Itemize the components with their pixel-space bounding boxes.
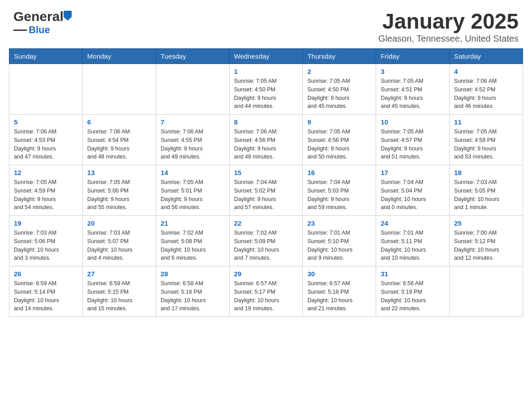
calendar-cell: 15Sunrise: 7:04 AMSunset: 5:02 PMDayligh…	[229, 165, 303, 216]
calendar-cell: 3Sunrise: 7:05 AMSunset: 4:51 PMDaylight…	[376, 64, 450, 115]
calendar-cell: 11Sunrise: 7:05 AMSunset: 4:58 PMDayligh…	[450, 115, 523, 165]
day-info: Sunrise: 7:05 AMSunset: 4:50 PMDaylight:…	[234, 77, 298, 111]
page-header: General Blue January 2025 Gleason, Tenne…	[0, 0, 532, 48]
day-number: 20	[87, 219, 151, 227]
page-subtitle: Gleason, Tennessee, United States	[378, 34, 519, 44]
logo-arrow-icon	[64, 11, 72, 22]
day-info: Sunrise: 6:59 AMSunset: 5:15 PMDaylight:…	[87, 279, 151, 313]
day-info: Sunrise: 7:05 AMSunset: 4:51 PMDaylight:…	[381, 77, 445, 111]
days-of-week-row: SundayMondayTuesdayWednesdayThursdayFrid…	[9, 49, 523, 64]
day-number: 13	[87, 169, 151, 176]
day-number: 25	[454, 219, 518, 227]
day-number: 15	[234, 169, 298, 176]
day-info: Sunrise: 7:04 AMSunset: 5:03 PMDaylight:…	[307, 178, 371, 212]
day-info: Sunrise: 7:05 AMSunset: 5:01 PMDaylight:…	[161, 178, 225, 212]
day-number: 28	[161, 270, 225, 278]
calendar-header: SundayMondayTuesdayWednesdayThursdayFrid…	[9, 49, 523, 64]
calendar-body: 1Sunrise: 7:05 AMSunset: 4:50 PMDaylight…	[9, 64, 523, 317]
day-info: Sunrise: 7:02 AMSunset: 5:09 PMDaylight:…	[234, 229, 298, 262]
day-of-week-friday: Friday	[376, 49, 450, 64]
calendar-cell: 12Sunrise: 7:05 AMSunset: 4:59 PMDayligh…	[9, 165, 83, 216]
calendar-cell: 23Sunrise: 7:01 AMSunset: 5:10 PMDayligh…	[303, 216, 376, 266]
page-title: January 2025	[378, 9, 519, 34]
calendar-cell: 13Sunrise: 7:05 AMSunset: 5:00 PMDayligh…	[82, 165, 156, 216]
calendar-cell: 28Sunrise: 6:58 AMSunset: 5:16 PMDayligh…	[156, 266, 229, 317]
day-info: Sunrise: 7:03 AMSunset: 5:05 PMDaylight:…	[454, 178, 518, 212]
day-info: Sunrise: 7:03 AMSunset: 5:07 PMDaylight:…	[87, 229, 151, 262]
calendar-cell	[156, 64, 229, 115]
day-number: 17	[381, 169, 445, 176]
day-number: 22	[234, 219, 298, 227]
day-info: Sunrise: 7:02 AMSunset: 5:08 PMDaylight:…	[161, 229, 225, 262]
calendar-table: SundayMondayTuesdayWednesdayThursdayFrid…	[9, 48, 523, 317]
day-of-week-sunday: Sunday	[9, 49, 83, 64]
day-number: 16	[307, 169, 371, 176]
day-number: 8	[234, 118, 298, 126]
logo-line	[13, 30, 27, 31]
calendar-cell: 2Sunrise: 7:05 AMSunset: 4:50 PMDaylight…	[303, 64, 376, 115]
day-number: 2	[307, 68, 371, 75]
title-block: January 2025 Gleason, Tennessee, United …	[378, 9, 519, 44]
day-number: 4	[454, 68, 518, 75]
day-number: 6	[87, 118, 151, 126]
calendar-cell: 14Sunrise: 7:05 AMSunset: 5:01 PMDayligh…	[156, 165, 229, 216]
calendar-cell: 8Sunrise: 7:06 AMSunset: 4:56 PMDaylight…	[229, 115, 303, 165]
day-info: Sunrise: 7:04 AMSunset: 5:02 PMDaylight:…	[234, 178, 298, 212]
calendar-cell: 21Sunrise: 7:02 AMSunset: 5:08 PMDayligh…	[156, 216, 229, 266]
calendar-cell: 24Sunrise: 7:01 AMSunset: 5:11 PMDayligh…	[376, 216, 450, 266]
day-number: 10	[381, 118, 445, 126]
day-number: 18	[454, 169, 518, 176]
calendar-cell: 1Sunrise: 7:05 AMSunset: 4:50 PMDaylight…	[229, 64, 303, 115]
day-number: 30	[307, 270, 371, 278]
day-info: Sunrise: 7:06 AMSunset: 4:53 PMDaylight:…	[14, 128, 78, 161]
day-info: Sunrise: 7:05 AMSunset: 4:56 PMDaylight:…	[307, 128, 371, 161]
calendar-cell: 18Sunrise: 7:03 AMSunset: 5:05 PMDayligh…	[450, 165, 523, 216]
calendar-cell: 6Sunrise: 7:06 AMSunset: 4:54 PMDaylight…	[82, 115, 156, 165]
calendar-week-5: 26Sunrise: 6:59 AMSunset: 5:14 PMDayligh…	[9, 266, 523, 317]
day-info: Sunrise: 7:05 AMSunset: 4:50 PMDaylight:…	[307, 77, 371, 111]
day-number: 26	[14, 270, 78, 278]
calendar-cell: 20Sunrise: 7:03 AMSunset: 5:07 PMDayligh…	[82, 216, 156, 266]
day-info: Sunrise: 7:05 AMSunset: 4:58 PMDaylight:…	[454, 128, 518, 161]
day-info: Sunrise: 7:05 AMSunset: 5:00 PMDaylight:…	[87, 178, 151, 212]
calendar-cell: 27Sunrise: 6:59 AMSunset: 5:15 PMDayligh…	[82, 266, 156, 317]
day-number: 9	[307, 118, 371, 126]
svg-marker-0	[64, 11, 72, 21]
day-number: 1	[234, 68, 298, 75]
day-number: 29	[234, 270, 298, 278]
calendar-cell: 16Sunrise: 7:04 AMSunset: 5:03 PMDayligh…	[303, 165, 376, 216]
day-info: Sunrise: 6:56 AMSunset: 5:19 PMDaylight:…	[381, 279, 445, 313]
day-info: Sunrise: 7:06 AMSunset: 4:55 PMDaylight:…	[161, 128, 225, 161]
day-info: Sunrise: 7:05 AMSunset: 4:57 PMDaylight:…	[381, 128, 445, 161]
logo-general-text: General	[13, 9, 64, 24]
day-info: Sunrise: 7:06 AMSunset: 4:54 PMDaylight:…	[87, 128, 151, 161]
day-number: 14	[161, 169, 225, 176]
day-number: 31	[381, 270, 445, 278]
calendar-week-1: 1Sunrise: 7:05 AMSunset: 4:50 PMDaylight…	[9, 64, 523, 115]
calendar-cell: 22Sunrise: 7:02 AMSunset: 5:09 PMDayligh…	[229, 216, 303, 266]
day-info: Sunrise: 6:59 AMSunset: 5:14 PMDaylight:…	[14, 279, 78, 313]
day-number: 24	[381, 219, 445, 227]
day-number: 19	[14, 219, 78, 227]
day-info: Sunrise: 7:01 AMSunset: 5:10 PMDaylight:…	[307, 229, 371, 262]
day-number: 21	[161, 219, 225, 227]
calendar-cell: 31Sunrise: 6:56 AMSunset: 5:19 PMDayligh…	[376, 266, 450, 317]
logo: General Blue	[13, 9, 72, 36]
calendar-cell: 25Sunrise: 7:00 AMSunset: 5:12 PMDayligh…	[450, 216, 523, 266]
day-info: Sunrise: 6:57 AMSunset: 5:17 PMDaylight:…	[234, 279, 298, 313]
logo-blue-text: Blue	[29, 24, 50, 36]
day-number: 23	[307, 219, 371, 227]
day-number: 3	[381, 68, 445, 75]
calendar-week-2: 5Sunrise: 7:06 AMSunset: 4:53 PMDaylight…	[9, 115, 523, 165]
day-info: Sunrise: 7:06 AMSunset: 4:56 PMDaylight:…	[234, 128, 298, 161]
calendar-cell	[9, 64, 83, 115]
day-info: Sunrise: 6:57 AMSunset: 5:18 PMDaylight:…	[307, 279, 371, 313]
calendar-cell: 5Sunrise: 7:06 AMSunset: 4:53 PMDaylight…	[9, 115, 83, 165]
calendar-cell	[82, 64, 156, 115]
calendar-week-3: 12Sunrise: 7:05 AMSunset: 4:59 PMDayligh…	[9, 165, 523, 216]
calendar-cell: 17Sunrise: 7:04 AMSunset: 5:04 PMDayligh…	[376, 165, 450, 216]
day-number: 7	[161, 118, 225, 126]
calendar-cell: 7Sunrise: 7:06 AMSunset: 4:55 PMDaylight…	[156, 115, 229, 165]
day-of-week-saturday: Saturday	[450, 49, 523, 64]
calendar-cell: 10Sunrise: 7:05 AMSunset: 4:57 PMDayligh…	[376, 115, 450, 165]
